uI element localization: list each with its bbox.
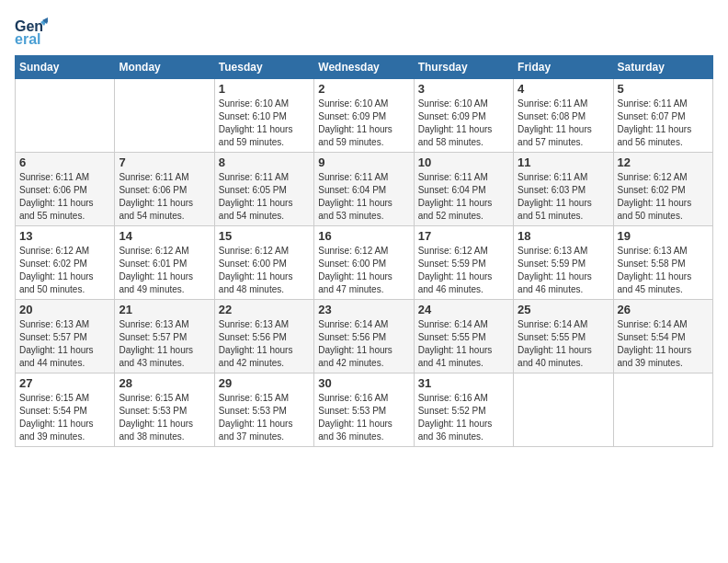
svg-text:eral: eral xyxy=(15,31,40,47)
day-info: Sunrise: 6:11 AM Sunset: 6:04 PM Dayligh… xyxy=(318,171,409,223)
day-info: Sunrise: 6:13 AM Sunset: 5:57 PM Dayligh… xyxy=(19,318,110,370)
calendar-cell: 4Sunrise: 6:11 AM Sunset: 6:08 PM Daylig… xyxy=(514,79,613,153)
day-info: Sunrise: 6:11 AM Sunset: 6:05 PM Dayligh… xyxy=(219,171,310,223)
day-info: Sunrise: 6:15 AM Sunset: 5:53 PM Dayligh… xyxy=(119,392,210,443)
logo: Gen eral xyxy=(15,15,51,48)
day-number: 12 xyxy=(618,155,709,169)
day-info: Sunrise: 6:14 AM Sunset: 5:54 PM Dayligh… xyxy=(618,318,709,370)
calendar-cell: 17Sunrise: 6:12 AM Sunset: 5:59 PM Dayli… xyxy=(414,226,513,300)
calendar-cell: 8Sunrise: 6:11 AM Sunset: 6:05 PM Daylig… xyxy=(214,153,313,226)
calendar-cell: 19Sunrise: 6:13 AM Sunset: 5:58 PM Dayli… xyxy=(613,226,712,300)
calendar-table: SundayMondayTuesdayWednesdayThursdayFrid… xyxy=(15,55,713,447)
day-number: 13 xyxy=(19,229,110,243)
calendar-cell: 15Sunrise: 6:12 AM Sunset: 6:00 PM Dayli… xyxy=(214,226,313,300)
day-of-week-header: Saturday xyxy=(613,56,712,79)
day-number: 16 xyxy=(318,229,409,243)
day-number: 19 xyxy=(618,229,709,243)
day-info: Sunrise: 6:10 AM Sunset: 6:09 PM Dayligh… xyxy=(318,98,409,149)
day-number: 3 xyxy=(418,82,509,96)
day-number: 28 xyxy=(119,376,210,390)
calendar-cell: 13Sunrise: 6:12 AM Sunset: 6:02 PM Dayli… xyxy=(16,226,115,300)
day-info: Sunrise: 6:12 AM Sunset: 6:02 PM Dayligh… xyxy=(19,245,110,296)
calendar-cell: 7Sunrise: 6:11 AM Sunset: 6:06 PM Daylig… xyxy=(115,153,214,226)
calendar-cell: 10Sunrise: 6:11 AM Sunset: 6:04 PM Dayli… xyxy=(414,153,513,226)
day-number: 4 xyxy=(518,82,609,96)
day-number: 26 xyxy=(618,303,709,316)
calendar-week-row: 13Sunrise: 6:12 AM Sunset: 6:02 PM Dayli… xyxy=(16,226,713,300)
day-info: Sunrise: 6:11 AM Sunset: 6:07 PM Dayligh… xyxy=(618,98,709,149)
day-info: Sunrise: 6:11 AM Sunset: 6:08 PM Dayligh… xyxy=(518,98,609,149)
calendar-cell: 25Sunrise: 6:14 AM Sunset: 5:55 PM Dayli… xyxy=(514,300,613,373)
calendar-cell: 16Sunrise: 6:12 AM Sunset: 6:00 PM Dayli… xyxy=(314,226,414,300)
logo-icon: Gen eral xyxy=(15,15,48,48)
day-number: 8 xyxy=(219,155,310,169)
day-number: 20 xyxy=(19,303,110,316)
day-of-week-header: Thursday xyxy=(414,56,513,79)
day-number: 27 xyxy=(19,376,110,390)
day-number: 21 xyxy=(119,303,210,316)
day-number: 31 xyxy=(418,376,509,390)
calendar-cell: 1Sunrise: 6:10 AM Sunset: 6:10 PM Daylig… xyxy=(214,79,313,153)
calendar-cell: 14Sunrise: 6:12 AM Sunset: 6:01 PM Dayli… xyxy=(115,226,214,300)
day-info: Sunrise: 6:11 AM Sunset: 6:06 PM Dayligh… xyxy=(119,171,210,223)
day-number: 6 xyxy=(19,155,110,169)
day-info: Sunrise: 6:11 AM Sunset: 6:03 PM Dayligh… xyxy=(518,171,609,223)
calendar-cell: 26Sunrise: 6:14 AM Sunset: 5:54 PM Dayli… xyxy=(613,300,712,373)
day-info: Sunrise: 6:13 AM Sunset: 5:59 PM Dayligh… xyxy=(518,245,609,296)
day-info: Sunrise: 6:16 AM Sunset: 5:52 PM Dayligh… xyxy=(418,392,509,443)
day-info: Sunrise: 6:13 AM Sunset: 5:58 PM Dayligh… xyxy=(618,245,709,296)
day-info: Sunrise: 6:10 AM Sunset: 6:09 PM Dayligh… xyxy=(418,98,509,149)
day-info: Sunrise: 6:16 AM Sunset: 5:53 PM Dayligh… xyxy=(318,392,409,443)
calendar-cell: 23Sunrise: 6:14 AM Sunset: 5:56 PM Dayli… xyxy=(314,300,414,373)
calendar-cell: 12Sunrise: 6:12 AM Sunset: 6:02 PM Dayli… xyxy=(613,153,712,226)
calendar-cell: 5Sunrise: 6:11 AM Sunset: 6:07 PM Daylig… xyxy=(613,79,712,153)
day-number: 15 xyxy=(219,229,310,243)
day-number: 24 xyxy=(418,303,509,316)
day-info: Sunrise: 6:11 AM Sunset: 6:06 PM Dayligh… xyxy=(19,171,110,223)
day-number: 11 xyxy=(518,155,609,169)
day-info: Sunrise: 6:12 AM Sunset: 6:00 PM Dayligh… xyxy=(219,245,310,296)
calendar-cell: 29Sunrise: 6:15 AM Sunset: 5:53 PM Dayli… xyxy=(214,373,313,447)
calendar-cell: 3Sunrise: 6:10 AM Sunset: 6:09 PM Daylig… xyxy=(414,79,513,153)
day-info: Sunrise: 6:12 AM Sunset: 5:59 PM Dayligh… xyxy=(418,245,509,296)
day-number: 22 xyxy=(219,303,310,316)
calendar-cell xyxy=(16,79,115,153)
day-number: 17 xyxy=(418,229,509,243)
day-info: Sunrise: 6:13 AM Sunset: 5:56 PM Dayligh… xyxy=(219,318,310,370)
day-number: 30 xyxy=(318,376,409,390)
day-number: 14 xyxy=(119,229,210,243)
day-number: 9 xyxy=(318,155,409,169)
day-info: Sunrise: 6:14 AM Sunset: 5:55 PM Dayligh… xyxy=(518,318,609,370)
calendar-week-row: 27Sunrise: 6:15 AM Sunset: 5:54 PM Dayli… xyxy=(16,373,713,447)
day-of-week-header: Tuesday xyxy=(214,56,313,79)
calendar-cell: 22Sunrise: 6:13 AM Sunset: 5:56 PM Dayli… xyxy=(214,300,313,373)
calendar-cell: 24Sunrise: 6:14 AM Sunset: 5:55 PM Dayli… xyxy=(414,300,513,373)
calendar-cell: 28Sunrise: 6:15 AM Sunset: 5:53 PM Dayli… xyxy=(115,373,214,447)
page-header: Gen eral xyxy=(15,15,713,48)
calendar-week-row: 1Sunrise: 6:10 AM Sunset: 6:10 PM Daylig… xyxy=(16,79,713,153)
day-info: Sunrise: 6:10 AM Sunset: 6:10 PM Dayligh… xyxy=(219,98,310,149)
calendar-cell: 30Sunrise: 6:16 AM Sunset: 5:53 PM Dayli… xyxy=(314,373,414,447)
day-info: Sunrise: 6:12 AM Sunset: 6:00 PM Dayligh… xyxy=(318,245,409,296)
calendar-header-row: SundayMondayTuesdayWednesdayThursdayFrid… xyxy=(16,56,713,79)
calendar-week-row: 6Sunrise: 6:11 AM Sunset: 6:06 PM Daylig… xyxy=(16,153,713,226)
calendar-cell: 11Sunrise: 6:11 AM Sunset: 6:03 PM Dayli… xyxy=(514,153,613,226)
calendar-week-row: 20Sunrise: 6:13 AM Sunset: 5:57 PM Dayli… xyxy=(16,300,713,373)
calendar-cell xyxy=(115,79,214,153)
day-number: 2 xyxy=(318,82,409,96)
calendar-cell: 18Sunrise: 6:13 AM Sunset: 5:59 PM Dayli… xyxy=(514,226,613,300)
calendar-cell: 2Sunrise: 6:10 AM Sunset: 6:09 PM Daylig… xyxy=(314,79,414,153)
day-info: Sunrise: 6:12 AM Sunset: 6:01 PM Dayligh… xyxy=(119,245,210,296)
day-of-week-header: Friday xyxy=(514,56,613,79)
calendar-cell: 9Sunrise: 6:11 AM Sunset: 6:04 PM Daylig… xyxy=(314,153,414,226)
day-number: 18 xyxy=(518,229,609,243)
calendar-cell: 20Sunrise: 6:13 AM Sunset: 5:57 PM Dayli… xyxy=(16,300,115,373)
day-info: Sunrise: 6:15 AM Sunset: 5:53 PM Dayligh… xyxy=(219,392,310,443)
day-info: Sunrise: 6:14 AM Sunset: 5:56 PM Dayligh… xyxy=(318,318,409,370)
day-number: 29 xyxy=(219,376,310,390)
calendar-cell: 21Sunrise: 6:13 AM Sunset: 5:57 PM Dayli… xyxy=(115,300,214,373)
day-of-week-header: Sunday xyxy=(16,56,115,79)
day-of-week-header: Wednesday xyxy=(314,56,414,79)
calendar-cell: 31Sunrise: 6:16 AM Sunset: 5:52 PM Dayli… xyxy=(414,373,513,447)
calendar-cell: 27Sunrise: 6:15 AM Sunset: 5:54 PM Dayli… xyxy=(16,373,115,447)
